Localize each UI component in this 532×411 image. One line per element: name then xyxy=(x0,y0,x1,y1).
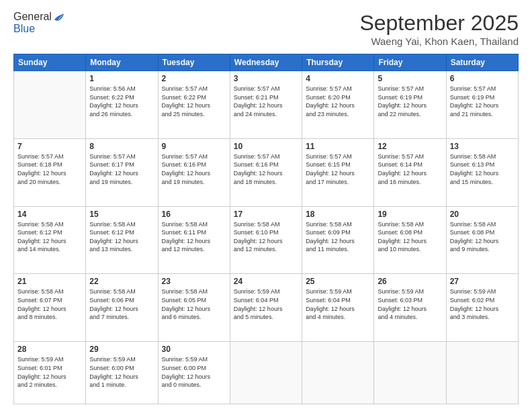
calendar-cell: 17Sunrise: 5:58 AMSunset: 6:10 PMDayligh… xyxy=(230,206,302,274)
calendar-cell: 25Sunrise: 5:59 AMSunset: 6:04 PMDayligh… xyxy=(302,274,374,342)
day-number: 30 xyxy=(162,345,226,354)
calendar-cell xyxy=(374,342,446,404)
calendar-cell: 7Sunrise: 5:57 AMSunset: 6:18 PMDaylight… xyxy=(14,138,86,206)
page: General Blue September 2025 Waeng Yai, K… xyxy=(0,0,532,411)
calendar-header-tuesday: Tuesday xyxy=(158,54,230,71)
day-info: Sunrise: 5:58 AMSunset: 6:09 PMDaylight:… xyxy=(306,220,370,254)
day-info: Sunrise: 5:56 AMSunset: 6:22 PMDaylight:… xyxy=(89,85,154,118)
day-info: Sunrise: 5:58 AMSunset: 6:11 PMDaylight:… xyxy=(162,220,226,254)
calendar-cell: 15Sunrise: 5:58 AMSunset: 6:12 PMDayligh… xyxy=(86,206,158,274)
day-number: 17 xyxy=(234,210,298,219)
day-info: Sunrise: 5:59 AMSunset: 6:03 PMDaylight:… xyxy=(378,287,442,321)
day-number: 25 xyxy=(306,277,370,286)
day-info: Sunrise: 5:57 AMSunset: 6:22 PMDaylight:… xyxy=(162,85,226,118)
calendar-header-wednesday: Wednesday xyxy=(230,54,302,71)
day-info: Sunrise: 5:57 AMSunset: 6:19 PMDaylight:… xyxy=(378,85,442,118)
day-number: 10 xyxy=(234,142,298,151)
day-number: 24 xyxy=(234,277,298,286)
calendar-cell: 2Sunrise: 5:57 AMSunset: 6:22 PMDaylight… xyxy=(158,71,230,139)
day-number: 21 xyxy=(17,277,82,286)
calendar-cell xyxy=(446,342,518,404)
day-info: Sunrise: 5:59 AMSunset: 6:00 PMDaylight:… xyxy=(162,355,226,389)
day-number: 27 xyxy=(450,277,515,286)
calendar-table: SundayMondayTuesdayWednesdayThursdayFrid… xyxy=(13,54,519,404)
calendar-cell: 22Sunrise: 5:58 AMSunset: 6:06 PMDayligh… xyxy=(86,274,158,342)
day-info: Sunrise: 5:59 AMSunset: 6:02 PMDaylight:… xyxy=(450,287,515,321)
calendar-header-thursday: Thursday xyxy=(302,54,374,71)
day-info: Sunrise: 5:57 AMSunset: 6:21 PMDaylight:… xyxy=(234,85,298,118)
day-number: 16 xyxy=(162,210,226,219)
day-number: 8 xyxy=(89,142,154,151)
calendar-cell: 28Sunrise: 5:59 AMSunset: 6:01 PMDayligh… xyxy=(14,342,86,404)
calendar-cell: 5Sunrise: 5:57 AMSunset: 6:19 PMDaylight… xyxy=(374,71,446,139)
day-info: Sunrise: 5:58 AMSunset: 6:12 PMDaylight:… xyxy=(17,220,82,254)
day-number: 26 xyxy=(378,277,442,286)
day-number: 5 xyxy=(378,74,442,83)
day-number: 11 xyxy=(306,142,370,151)
logo-blue-text: Blue xyxy=(13,23,35,35)
calendar-cell: 4Sunrise: 5:57 AMSunset: 6:20 PMDaylight… xyxy=(302,71,374,139)
header: General Blue September 2025 Waeng Yai, K… xyxy=(13,11,519,47)
day-number: 13 xyxy=(450,142,515,151)
day-number: 6 xyxy=(450,74,515,83)
day-number: 23 xyxy=(162,277,226,286)
calendar-week-4: 21Sunrise: 5:58 AMSunset: 6:07 PMDayligh… xyxy=(14,274,519,342)
day-number: 2 xyxy=(162,74,226,83)
calendar-cell: 19Sunrise: 5:58 AMSunset: 6:08 PMDayligh… xyxy=(374,206,446,274)
calendar-week-3: 14Sunrise: 5:58 AMSunset: 6:12 PMDayligh… xyxy=(14,206,519,274)
calendar-cell: 27Sunrise: 5:59 AMSunset: 6:02 PMDayligh… xyxy=(446,274,518,342)
logo: General Blue xyxy=(13,11,65,35)
calendar-cell xyxy=(230,342,302,404)
day-number: 20 xyxy=(450,210,515,219)
day-info: Sunrise: 5:58 AMSunset: 6:12 PMDaylight:… xyxy=(89,220,154,254)
day-info: Sunrise: 5:57 AMSunset: 6:15 PMDaylight:… xyxy=(306,152,370,186)
calendar-week-2: 7Sunrise: 5:57 AMSunset: 6:18 PMDaylight… xyxy=(14,138,519,206)
day-info: Sunrise: 5:58 AMSunset: 6:05 PMDaylight:… xyxy=(162,287,226,321)
day-number: 28 xyxy=(17,345,82,354)
day-number: 4 xyxy=(306,74,370,83)
day-info: Sunrise: 5:58 AMSunset: 6:08 PMDaylight:… xyxy=(378,220,442,254)
day-number: 18 xyxy=(306,210,370,219)
calendar-cell: 23Sunrise: 5:58 AMSunset: 6:05 PMDayligh… xyxy=(158,274,230,342)
day-number: 15 xyxy=(89,210,154,219)
day-info: Sunrise: 5:57 AMSunset: 6:16 PMDaylight:… xyxy=(234,152,298,186)
logo-bird-icon xyxy=(53,12,65,21)
calendar-header-friday: Friday xyxy=(374,54,446,71)
day-info: Sunrise: 5:58 AMSunset: 6:13 PMDaylight:… xyxy=(450,152,515,186)
calendar-header-row: SundayMondayTuesdayWednesdayThursdayFrid… xyxy=(14,54,519,71)
day-info: Sunrise: 5:57 AMSunset: 6:16 PMDaylight:… xyxy=(162,152,226,186)
month-title: September 2025 xyxy=(359,11,519,36)
calendar-cell: 24Sunrise: 5:59 AMSunset: 6:04 PMDayligh… xyxy=(230,274,302,342)
day-number: 3 xyxy=(234,74,298,83)
calendar-cell: 10Sunrise: 5:57 AMSunset: 6:16 PMDayligh… xyxy=(230,138,302,206)
calendar-cell xyxy=(14,71,86,139)
day-number: 9 xyxy=(162,142,226,151)
day-info: Sunrise: 5:58 AMSunset: 6:10 PMDaylight:… xyxy=(234,220,298,254)
calendar-week-1: 1Sunrise: 5:56 AMSunset: 6:22 PMDaylight… xyxy=(14,71,519,139)
day-info: Sunrise: 5:57 AMSunset: 6:20 PMDaylight:… xyxy=(306,85,370,118)
calendar-cell xyxy=(302,342,374,404)
calendar-cell: 12Sunrise: 5:57 AMSunset: 6:14 PMDayligh… xyxy=(374,138,446,206)
calendar-header-saturday: Saturday xyxy=(446,54,518,71)
calendar-cell: 6Sunrise: 5:57 AMSunset: 6:19 PMDaylight… xyxy=(446,71,518,139)
calendar-cell: 11Sunrise: 5:57 AMSunset: 6:15 PMDayligh… xyxy=(302,138,374,206)
calendar-cell: 29Sunrise: 5:59 AMSunset: 6:00 PMDayligh… xyxy=(86,342,158,404)
day-info: Sunrise: 5:59 AMSunset: 6:00 PMDaylight:… xyxy=(89,355,154,389)
calendar-cell: 30Sunrise: 5:59 AMSunset: 6:00 PMDayligh… xyxy=(158,342,230,404)
title-block: September 2025 Waeng Yai, Khon Kaen, Tha… xyxy=(359,11,519,47)
calendar-cell: 21Sunrise: 5:58 AMSunset: 6:07 PMDayligh… xyxy=(14,274,86,342)
calendar-cell: 20Sunrise: 5:58 AMSunset: 6:08 PMDayligh… xyxy=(446,206,518,274)
calendar-header-monday: Monday xyxy=(86,54,158,71)
calendar-cell: 8Sunrise: 5:57 AMSunset: 6:17 PMDaylight… xyxy=(86,138,158,206)
calendar-cell: 16Sunrise: 5:58 AMSunset: 6:11 PMDayligh… xyxy=(158,206,230,274)
day-number: 19 xyxy=(378,210,442,219)
calendar-cell: 9Sunrise: 5:57 AMSunset: 6:16 PMDaylight… xyxy=(158,138,230,206)
day-number: 22 xyxy=(89,277,154,286)
day-info: Sunrise: 5:59 AMSunset: 6:01 PMDaylight:… xyxy=(17,355,82,389)
day-number: 7 xyxy=(17,142,82,151)
day-info: Sunrise: 5:59 AMSunset: 6:04 PMDaylight:… xyxy=(234,287,298,321)
day-number: 29 xyxy=(89,345,154,354)
calendar-cell: 26Sunrise: 5:59 AMSunset: 6:03 PMDayligh… xyxy=(374,274,446,342)
calendar-cell: 18Sunrise: 5:58 AMSunset: 6:09 PMDayligh… xyxy=(302,206,374,274)
day-info: Sunrise: 5:57 AMSunset: 6:17 PMDaylight:… xyxy=(89,152,154,186)
